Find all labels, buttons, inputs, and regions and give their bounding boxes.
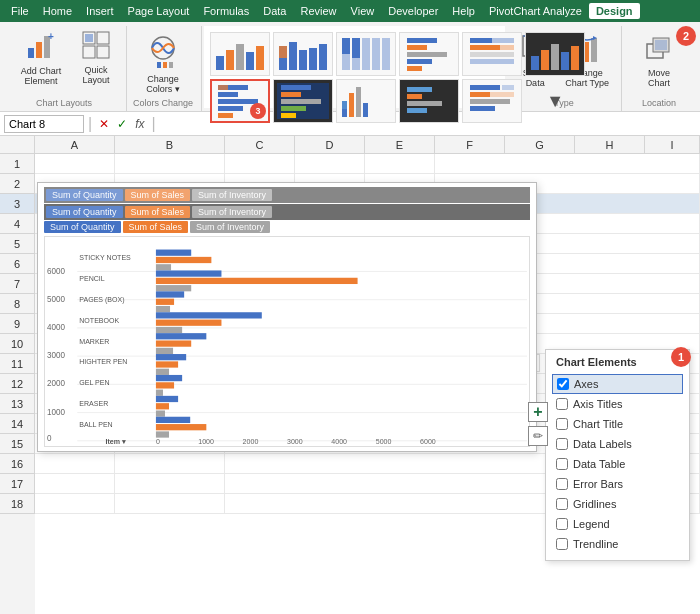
- row-num-14: 14: [0, 414, 35, 434]
- menu-insert[interactable]: Insert: [79, 3, 121, 19]
- col-header-b[interactable]: B: [115, 136, 225, 153]
- svg-rect-43: [531, 56, 539, 70]
- chart-elem-axes[interactable]: Axes: [552, 374, 683, 394]
- cell-b17[interactable]: [115, 474, 225, 493]
- tab-sum-inventory-3[interactable]: Sum of Inventory: [190, 221, 270, 233]
- chart-thumb-2[interactable]: [273, 32, 333, 76]
- cell-a1[interactable]: [35, 154, 115, 173]
- menu-developer[interactable]: Developer: [381, 3, 445, 19]
- svg-text:ERASER: ERASER: [79, 400, 108, 408]
- svg-text:Item ▾: Item ▾: [106, 438, 126, 446]
- cell-b16[interactable]: [115, 454, 225, 473]
- menu-pivotchart-analyze[interactable]: PivotChart Analyze: [482, 3, 589, 19]
- move-chart-button[interactable]: MoveChart: [637, 30, 681, 92]
- chart-thumb-3[interactable]: [336, 32, 396, 76]
- chart-elem-data-labels[interactable]: Data Labels: [556, 434, 679, 454]
- menu-view[interactable]: View: [344, 3, 382, 19]
- svg-rect-6: [83, 46, 95, 58]
- menu-help[interactable]: Help: [445, 3, 482, 19]
- svg-rect-63: [342, 101, 347, 109]
- chart-thumb-5[interactable]: [462, 32, 522, 76]
- tab-sum-quantity-1[interactable]: Sum of Quantity: [46, 189, 123, 201]
- formula-cancel-icon[interactable]: ✕: [96, 116, 112, 132]
- svg-text:MARKER: MARKER: [79, 337, 109, 345]
- chart-thumb-7[interactable]: [273, 79, 333, 123]
- cell-b1[interactable]: [115, 154, 225, 173]
- menu-review[interactable]: Review: [293, 3, 343, 19]
- chart-thumb-6[interactable]: [525, 32, 585, 76]
- axis-titles-checkbox[interactable]: [556, 398, 568, 410]
- axes-checkbox[interactable]: [557, 378, 569, 390]
- col-header-h[interactable]: H: [575, 136, 645, 153]
- svg-rect-128: [156, 375, 182, 381]
- col-header-g[interactable]: G: [505, 136, 575, 153]
- cell-a18[interactable]: [35, 494, 115, 513]
- svg-rect-52: [218, 106, 243, 111]
- menu-data[interactable]: Data: [256, 3, 293, 19]
- formula-confirm-icon[interactable]: ✓: [114, 116, 130, 132]
- cell-f1[interactable]: [435, 154, 700, 173]
- trendline-checkbox[interactable]: [556, 538, 568, 550]
- svg-rect-120: [156, 320, 222, 326]
- menu-home[interactable]: Home: [36, 3, 79, 19]
- menu-page-layout[interactable]: Page Layout: [121, 3, 197, 19]
- gridlines-checkbox[interactable]: [556, 498, 568, 510]
- svg-rect-37: [470, 38, 492, 43]
- tab-sum-quantity-2[interactable]: Sum of Quantity: [46, 206, 123, 218]
- chart-elem-trendline[interactable]: Trendline: [556, 534, 679, 554]
- cell-a16[interactable]: [35, 454, 115, 473]
- data-labels-checkbox[interactable]: [556, 438, 568, 450]
- tab-sum-quantity-3[interactable]: Sum of Quantity: [44, 221, 121, 233]
- chart-overlay[interactable]: Sum of Quantity Sum of Sales Sum of Inve…: [37, 182, 537, 452]
- menu-bar: File Home Insert Page Layout Formulas Da…: [0, 0, 700, 22]
- tab-sum-sales-1[interactable]: Sum of Sales: [125, 189, 191, 201]
- chart-thumb-8[interactable]: [336, 79, 396, 123]
- error-bars-checkbox[interactable]: [556, 478, 568, 490]
- chart-elem-axis-titles[interactable]: Axis Titles: [556, 394, 679, 414]
- col-header-a[interactable]: A: [35, 136, 115, 153]
- cell-b18[interactable]: [115, 494, 225, 513]
- cell-e1[interactable]: [365, 154, 435, 173]
- col-header-i[interactable]: I: [645, 136, 700, 153]
- chart-thumb-1[interactable]: [210, 32, 270, 76]
- chart-thumb-4[interactable]: [399, 32, 459, 76]
- chart-elem-legend[interactable]: Legend: [556, 514, 679, 534]
- tab-sum-sales-2[interactable]: Sum of Sales: [125, 206, 191, 218]
- gallery-scroll-down[interactable]: ▼: [525, 79, 585, 123]
- col-header-d[interactable]: D: [295, 136, 365, 153]
- col-header-f[interactable]: F: [435, 136, 505, 153]
- chart-elem-error-bars[interactable]: Error Bars: [556, 474, 679, 494]
- col-header-c[interactable]: C: [225, 136, 295, 153]
- spreadsheet: 1 2 3 4 5 6 7 8 9 10 11 12 13 14 15 16 1…: [0, 154, 700, 614]
- chart-title-checkbox[interactable]: [556, 418, 568, 430]
- name-box[interactable]: Chart 8: [4, 115, 84, 133]
- chart-brush-button[interactable]: ✏: [528, 426, 548, 446]
- change-colors-button[interactable]: ChangeColors ▾: [140, 30, 186, 98]
- svg-text:GEL PEN: GEL PEN: [79, 379, 109, 387]
- svg-rect-131: [156, 396, 178, 402]
- tab-sum-inventory-2[interactable]: Sum of Inventory: [192, 206, 272, 218]
- col-header-e[interactable]: E: [365, 136, 435, 153]
- quick-layout-button[interactable]: QuickLayout: [74, 26, 118, 90]
- tab-sum-inventory-1[interactable]: Sum of Inventory: [192, 189, 272, 201]
- menu-design[interactable]: Design: [589, 3, 640, 19]
- cell-d1[interactable]: [295, 154, 365, 173]
- chart-thumb-9[interactable]: [399, 79, 459, 123]
- cell-a17[interactable]: [35, 474, 115, 493]
- menu-file[interactable]: File: [4, 3, 36, 19]
- svg-rect-7: [97, 46, 109, 58]
- chart-elem-gridlines[interactable]: Gridlines: [556, 494, 679, 514]
- chart-elem-data-table[interactable]: Data Table: [556, 454, 679, 474]
- legend-checkbox[interactable]: [556, 518, 568, 530]
- tab-sum-sales-3[interactable]: Sum of Sales: [123, 221, 189, 233]
- add-chart-element-button[interactable]: + Add Chart Element: [10, 26, 72, 90]
- chart-thumb-10[interactable]: [462, 79, 522, 123]
- menu-formulas[interactable]: Formulas: [196, 3, 256, 19]
- row-num-3: 3: [0, 194, 35, 214]
- chart-elem-chart-title[interactable]: Chart Title: [556, 414, 679, 434]
- chart-thumb-selected[interactable]: 3: [210, 79, 270, 123]
- data-table-checkbox[interactable]: [556, 458, 568, 470]
- formula-fx-icon[interactable]: fx: [132, 116, 147, 132]
- chart-elements-plus-button[interactable]: +: [528, 402, 548, 422]
- cell-c1[interactable]: [225, 154, 295, 173]
